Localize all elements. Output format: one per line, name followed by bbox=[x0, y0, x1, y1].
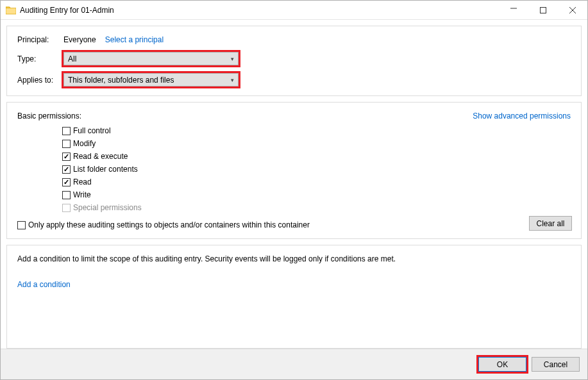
checkbox-checked-icon[interactable]: ✓ bbox=[62, 178, 71, 186]
applies-to-selected: This folder, subfolders and files bbox=[68, 76, 174, 85]
select-principal-link[interactable]: Select a principal bbox=[105, 35, 164, 44]
type-row: Type: All ▾ bbox=[17, 52, 571, 65]
perm-label: Full control bbox=[73, 126, 111, 135]
principal-group: Principal: Everyone Select a principal T… bbox=[6, 26, 582, 96]
ok-button[interactable]: OK bbox=[478, 357, 526, 372]
close-button[interactable] bbox=[558, 1, 587, 19]
chevron-down-icon: ▾ bbox=[231, 56, 234, 62]
permissions-group: Show advanced permissions Basic permissi… bbox=[6, 102, 582, 239]
cancel-label: Cancel bbox=[544, 360, 567, 369]
applies-to-dropdown[interactable]: This folder, subfolders and files ▾ bbox=[63, 73, 239, 87]
svg-rect-0 bbox=[541, 7, 546, 13]
checkbox-checked-icon[interactable]: ✓ bbox=[62, 165, 71, 174]
dialog-footer: OK Cancel bbox=[1, 349, 587, 379]
type-label: Type: bbox=[17, 54, 63, 63]
applies-to-row: Applies to: This folder, subfolders and … bbox=[17, 73, 571, 87]
window-title: Auditing Entry for 01-Admin bbox=[20, 6, 499, 15]
applies-to-label: Applies to: bbox=[17, 76, 63, 85]
chevron-down-icon: ▾ bbox=[231, 77, 234, 83]
type-dropdown[interactable]: All ▾ bbox=[63, 52, 239, 65]
perm-read[interactable]: ✓ Read bbox=[62, 176, 571, 188]
clear-all-label: Clear all bbox=[536, 219, 564, 228]
dialog-window: Auditing Entry for 01-Admin Principal: E… bbox=[0, 0, 588, 380]
show-advanced-permissions-link[interactable]: Show advanced permissions bbox=[473, 112, 571, 120]
perm-label: Read & execute bbox=[73, 152, 128, 161]
principal-label: Principal: bbox=[17, 35, 63, 44]
add-condition-link[interactable]: Add a condition bbox=[17, 280, 71, 289]
ok-label: OK bbox=[497, 360, 508, 369]
cancel-button[interactable]: Cancel bbox=[532, 357, 580, 372]
folder-icon bbox=[6, 6, 16, 15]
title-bar: Auditing Entry for 01-Admin bbox=[1, 1, 587, 20]
checkbox-icon[interactable] bbox=[62, 191, 71, 199]
principal-value: Everyone bbox=[63, 35, 96, 44]
perm-label: Special permissions bbox=[73, 203, 142, 212]
perm-read-execute[interactable]: ✓ Read & execute bbox=[62, 150, 571, 163]
checkbox-icon[interactable] bbox=[62, 140, 71, 148]
type-selected: All bbox=[68, 54, 76, 63]
perm-modify[interactable]: Modify bbox=[62, 137, 571, 150]
checkbox-icon[interactable] bbox=[62, 127, 71, 135]
only-apply-row[interactable]: Only apply these auditing settings to ob… bbox=[17, 220, 571, 229]
clear-all-button[interactable]: Clear all bbox=[529, 216, 572, 231]
perm-full-control[interactable]: Full control bbox=[62, 124, 571, 137]
checkbox-checked-icon[interactable]: ✓ bbox=[62, 153, 71, 161]
content-area: Principal: Everyone Select a principal T… bbox=[1, 20, 587, 349]
perm-label: Read bbox=[73, 178, 92, 186]
checkbox-disabled-icon bbox=[62, 204, 71, 212]
maximize-button[interactable] bbox=[528, 1, 558, 19]
window-controls bbox=[499, 1, 587, 19]
perm-label: List folder contents bbox=[73, 165, 138, 174]
condition-text: Add a condition to limit the scope of th… bbox=[17, 254, 571, 263]
minimize-button[interactable] bbox=[499, 1, 528, 19]
perm-write[interactable]: Write bbox=[62, 188, 571, 201]
perm-list-folder[interactable]: ✓ List folder contents bbox=[62, 163, 571, 176]
perm-label: Write bbox=[73, 190, 91, 199]
perm-special: Special permissions bbox=[62, 201, 571, 214]
only-apply-label: Only apply these auditing settings to ob… bbox=[28, 220, 310, 229]
principal-row: Principal: Everyone Select a principal bbox=[17, 35, 571, 44]
perm-label: Modify bbox=[73, 139, 96, 148]
permissions-list: Full control Modify ✓ Read & execute ✓ L… bbox=[62, 124, 571, 214]
checkbox-icon[interactable] bbox=[17, 221, 26, 229]
condition-group: Add a condition to limit the scope of th… bbox=[6, 245, 582, 349]
